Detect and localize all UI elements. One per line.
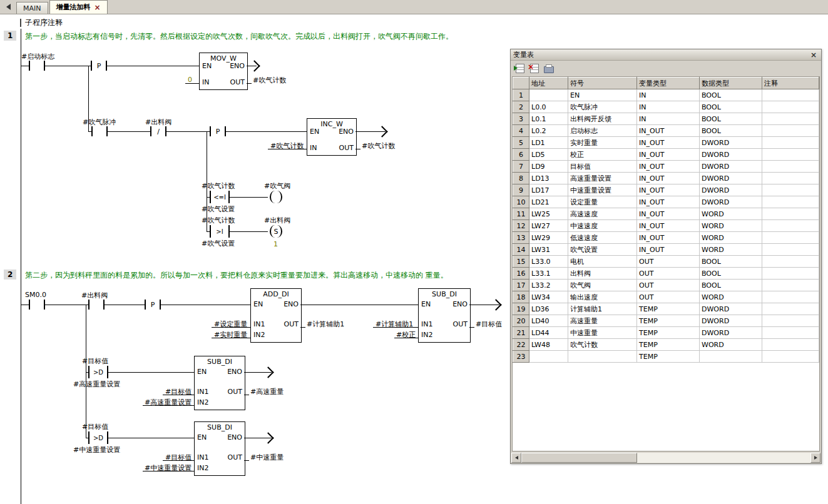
sub-di-block[interactable]: SUB_DI EN ENO IN1 OUT IN2	[194, 356, 245, 410]
table-row[interactable]: 9LD17中速重量设置IN_OUTDWORD	[513, 184, 819, 196]
delete-row-icon[interactable]: ×	[528, 62, 540, 74]
row-number-cell[interactable]: 8	[513, 173, 529, 184]
table-cell[interactable]: WORD	[700, 339, 762, 351]
table-cell[interactable]	[762, 327, 819, 339]
subroutine-comment[interactable]: 子程序注释	[25, 18, 63, 28]
table-cell[interactable]	[762, 89, 819, 101]
table-cell[interactable]: IN_OUT	[637, 184, 700, 196]
table-cell[interactable]: EN	[568, 89, 637, 101]
contact-start-flag[interactable]	[29, 61, 45, 71]
table-row[interactable]: 6LD5校正IN_OUTDWORD	[513, 149, 819, 161]
table-cell[interactable]: IN	[637, 89, 700, 101]
table-cell[interactable]	[762, 196, 819, 208]
table-cell[interactable]	[762, 232, 819, 244]
table-cell[interactable]: IN_OUT	[637, 173, 700, 184]
table-cell[interactable]: TEMP	[637, 303, 700, 315]
table-cell[interactable]: OUT	[637, 268, 700, 280]
table-cell[interactable]	[762, 351, 819, 363]
add-di-block[interactable]: ADD_DI EN ENO IN1 OUT IN2	[250, 288, 302, 343]
compare-contact-gtd[interactable]: >D	[88, 431, 108, 444]
table-cell[interactable]: L0.2	[529, 125, 568, 137]
mov-w-block[interactable]: MOV_W EN ENO IN OUT	[199, 53, 248, 90]
table-cell[interactable]: 中速速度	[568, 220, 637, 232]
table-cell[interactable]	[762, 256, 819, 268]
operand-label[interactable]: #吹气计数	[362, 141, 395, 151]
operand-label[interactable]: #目标值	[82, 356, 108, 366]
table-cell[interactable]	[762, 161, 819, 173]
operand-label[interactable]: #中速重量设置	[73, 445, 120, 455]
row-number-cell[interactable]: 15	[513, 256, 529, 268]
network-1-comment[interactable]: 第一步，当启动标志有信号时，先清零。然后根据设定的吹气次数，间歇吹气次。完成以后…	[25, 31, 453, 42]
table-row[interactable]: 23TEMP	[513, 351, 819, 363]
table-cell[interactable]: TEMP	[637, 339, 700, 351]
coil-blow-valve[interactable]	[268, 191, 284, 203]
row-number-cell[interactable]: 21	[513, 327, 529, 339]
operand-label[interactable]: #目标值	[82, 422, 108, 431]
table-cell[interactable]: LD1	[529, 137, 568, 149]
table-cell[interactable]	[762, 220, 819, 232]
table-cell[interactable]: LW31	[529, 244, 568, 256]
table-cell[interactable]: IN_OUT	[637, 232, 700, 244]
table-cell[interactable]: BOOL	[700, 89, 762, 101]
row-number-cell[interactable]: 3	[513, 113, 529, 125]
table-cell[interactable]: LD21	[529, 196, 568, 208]
row-number-cell[interactable]: 19	[513, 303, 529, 315]
table-cell[interactable]: 中速重量	[568, 327, 637, 339]
table-cell[interactable]: IN	[637, 101, 700, 113]
table-row[interactable]: 8LD13高速重量设置IN_OUTDWORD	[513, 173, 819, 184]
table-row[interactable]: 16L33.1出料阀OUTBOOL	[513, 268, 819, 280]
table-cell[interactable]: IN_OUT	[637, 244, 700, 256]
table-cell[interactable]: L0.1	[529, 113, 568, 125]
table-cell[interactable]	[762, 244, 819, 256]
contact-blow-pulse[interactable]	[91, 126, 108, 136]
table-cell[interactable]: WORD	[700, 220, 762, 232]
table-cell[interactable]: DWORD	[700, 173, 762, 184]
table-cell[interactable]: L0.0	[529, 101, 568, 113]
table-cell[interactable]: 电机	[568, 256, 637, 268]
table-cell[interactable]: DWORD	[700, 196, 762, 208]
sub-di-block[interactable]: SUB_DI EN ENO IN1 OUT IN2	[418, 288, 471, 343]
table-cell[interactable]: BOOL	[700, 125, 762, 137]
table-cell[interactable]: IN_OUT	[637, 196, 700, 208]
scrollbar-track[interactable]	[521, 453, 810, 463]
table-cell[interactable]	[762, 280, 819, 291]
contact-positive-edge[interactable]: P	[91, 61, 107, 71]
operand-label[interactable]: #高速重量	[250, 387, 284, 396]
table-cell[interactable]: LD5	[529, 149, 568, 161]
table-cell[interactable]: LW48	[529, 339, 568, 351]
row-number-cell[interactable]: 10	[513, 196, 529, 208]
scroll-right-button[interactable]	[810, 453, 820, 463]
table-cell[interactable]: 设定重量	[568, 196, 637, 208]
row-number-cell[interactable]: 11	[513, 208, 529, 220]
table-cell[interactable]: DWORD	[700, 327, 762, 339]
operand-label[interactable]: #出料阀	[264, 216, 290, 225]
table-cell[interactable]: BOOL	[700, 256, 762, 268]
table-cell[interactable]: TEMP	[637, 327, 700, 339]
contact-discharge-valve-negated[interactable]: /	[150, 126, 166, 136]
table-cell[interactable]	[762, 137, 819, 149]
table-row[interactable]: 22LW48吹气计数TEMPWORD	[513, 339, 819, 351]
table-cell[interactable]: OUT	[637, 280, 700, 291]
table-cell[interactable]: LD40	[529, 315, 568, 327]
table-row[interactable]: 18LW34输出速度OUTWORD	[513, 291, 819, 303]
table-cell[interactable]: 吹气脉冲	[568, 101, 637, 113]
table-cell[interactable]	[762, 291, 819, 303]
table-cell[interactable]: DWORD	[700, 137, 762, 149]
operand-label[interactable]: #启动标志	[21, 52, 54, 61]
table-cell[interactable]: 输出速度	[568, 291, 637, 303]
insert-row-icon[interactable]	[513, 62, 526, 74]
operand-label[interactable]: #吹气计数	[202, 216, 235, 225]
table-cell[interactable]: DWORD	[700, 184, 762, 196]
table-cell[interactable]: 高速速度	[568, 208, 637, 220]
table-cell[interactable]: WORD	[700, 208, 762, 220]
horizontal-scrollbar[interactable]	[511, 453, 820, 463]
table-cell[interactable]: DWORD	[700, 149, 762, 161]
operand-label[interactable]: #出料阀	[145, 118, 171, 127]
table-cell[interactable]: BOOL	[700, 113, 762, 125]
table-cell[interactable]	[762, 339, 819, 351]
table-cell[interactable]: L33.0	[529, 256, 568, 268]
operand-label[interactable]: #吹气计数	[202, 181, 235, 191]
row-number-cell[interactable]: 13	[513, 232, 529, 244]
row-number-cell[interactable]: 6	[513, 149, 529, 161]
table-cell[interactable]: 高速重量设置	[568, 173, 637, 184]
